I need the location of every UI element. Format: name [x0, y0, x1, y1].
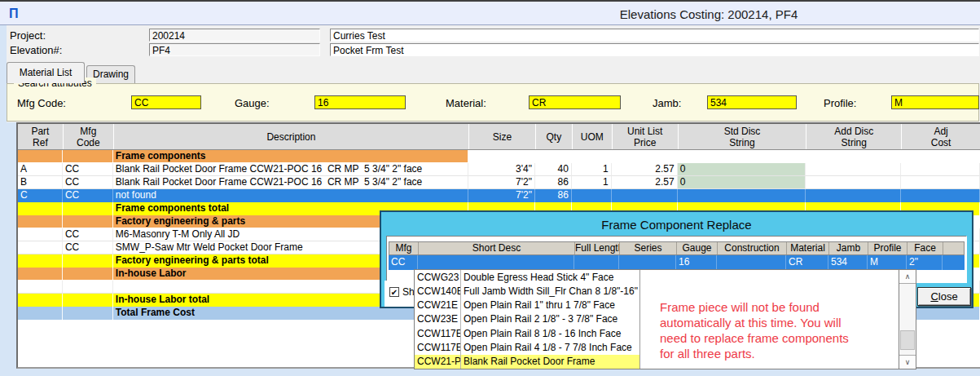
dropdown-item-desc-5: Open Plain Rail 4 1/8 - 7 7/8 Inch Face — [461, 340, 640, 354]
dialog-face-cell: 2" — [907, 255, 943, 270]
cell-0-8 — [806, 150, 901, 163]
table-row-2[interactable]: BCCBlank Rail Pocket Door Frame CCW21-PO… — [18, 176, 980, 189]
elevation-label: Elevation#: — [10, 44, 62, 56]
column-header-8[interactable]: Add Disc String — [806, 124, 901, 149]
table-row-1[interactable]: ACCBlank Rail Pocket Door Frame CCW21-PO… — [18, 163, 980, 176]
dialog-construction-cell — [717, 255, 786, 270]
cell-1-2: Blank Rail Pocket Door Frame CCW21-POC 1… — [113, 163, 468, 176]
cell-11-1 — [63, 294, 113, 307]
tab-material-list[interactable]: Material List — [7, 62, 85, 83]
dialog-gauge-cell: 16 — [676, 255, 717, 270]
cell-1-7: 0 — [678, 163, 806, 176]
column-header-0[interactable]: Part Ref — [18, 124, 63, 149]
cell-1-6: 2.57 — [612, 163, 678, 176]
cell-3-1: CC — [63, 189, 113, 202]
dropdown-item-spacer-1 — [640, 284, 899, 298]
elevation-name-field[interactable]: Pocket Frm Test — [330, 43, 979, 56]
cell-2-7: 0 — [678, 176, 806, 189]
project-number-field[interactable]: 200214 — [149, 29, 320, 42]
dialog-column-header-2: Full Length — [575, 242, 620, 254]
dropdown-item-desc-3: Open Plain Rail 2 1/8" - 3 7/8" Face — [461, 312, 640, 326]
dropdown-item-code-6: CCW21-POC — [415, 355, 461, 369]
dialog-full-length-cell — [574, 255, 619, 270]
cell-1-0: A — [18, 163, 63, 176]
red-annotation-text: Frame piece will not be found automatica… — [660, 299, 921, 361]
dropdown-item-spacer-0 — [640, 270, 899, 284]
table-row-3[interactable]: CCCnot found7'2"86 — [18, 189, 980, 202]
cell-3-0: C — [18, 189, 63, 202]
dialog-title: Frame Component Replace — [381, 218, 972, 232]
dropdown-item-0[interactable]: CCWG23Double Egress Head Stick 4" Face — [415, 270, 899, 284]
cell-7-1: CC — [63, 241, 113, 254]
column-header-6[interactable]: Unit List Price — [612, 124, 678, 149]
dropdown-item-code-2: CCW21E — [415, 299, 461, 312]
column-header-1[interactable]: Mfg Code — [63, 124, 113, 149]
cell-2-0: B — [18, 176, 63, 189]
cell-0-0 — [18, 150, 63, 163]
cell-1-4: 40 — [535, 163, 572, 176]
search-label-0: Mfg Code: — [17, 97, 66, 109]
dialog-filler-cell — [943, 255, 965, 270]
cell-3-2: not found — [113, 189, 468, 202]
cell-0-3 — [468, 150, 535, 163]
cell-1-8 — [806, 163, 901, 176]
dropdown-item-code-3: CCW23E — [415, 312, 461, 326]
column-header-7[interactable]: Std Disc String — [678, 124, 806, 149]
close-button[interactable]: Close — [917, 287, 971, 306]
dialog-selected-row[interactable]: CC ▼ 16 CR 534 M 2" — [389, 255, 965, 270]
cell-4-1 — [63, 202, 113, 215]
form-panel: Project: 200214 Curries Test Elevation#:… — [7, 25, 980, 122]
cell-7-0 — [18, 241, 63, 254]
cell-3-6 — [612, 189, 678, 202]
column-header-2[interactable]: Description — [113, 124, 468, 149]
search-field-2[interactable]: CR — [529, 95, 621, 109]
dropdown-item-desc-4: Open Plain Rail 8 1/8 - 16 Inch Face — [461, 326, 640, 340]
column-header-4[interactable]: Qty — [535, 124, 572, 149]
dropdown-item-desc-2: Open Plain Rail 1" thru 1 7/8" Face — [461, 299, 640, 312]
dropdown-item-1[interactable]: CCW140EFull Jamb Width Sill_Flr Chan 8 1… — [415, 284, 899, 298]
cell-2-4: 86 — [535, 176, 572, 189]
cell-9-0 — [18, 268, 63, 281]
title-bar: Π Elevations Costing: 200214, PF4 — [0, 2, 980, 25]
column-header-5[interactable]: UOM — [572, 124, 612, 149]
dropdown-item-desc-0: Double Egress Head Stick 4" Face — [461, 270, 640, 284]
project-name-field[interactable]: Curries Test — [330, 29, 979, 42]
app-window: Π Elevations Costing: 200214, PF4 Projec… — [0, 0, 980, 376]
cell-2-9 — [901, 176, 980, 189]
elevation-number-field[interactable]: PF4 — [149, 43, 320, 56]
table-header-row: Part RefMfg CodeDescriptionSizeQtyUOMUni… — [18, 124, 980, 150]
cell-6-0 — [18, 228, 63, 241]
cell-3-4: 86 — [535, 189, 572, 202]
cell-2-1: CC — [63, 176, 113, 189]
search-field-4[interactable]: M — [891, 95, 979, 109]
show-checkbox[interactable]: ✔ — [389, 287, 399, 297]
cell-8-0 — [18, 254, 63, 268]
dialog-checkbox-area: ✔ Sho — [385, 281, 417, 307]
dialog-header-row: MfgShort DescFull LengthSeriesGaugeConst… — [389, 241, 965, 255]
dropdown-item-code-5: CCW117E8 — [415, 340, 461, 354]
search-field-0[interactable]: CC — [131, 95, 201, 109]
dialog-column-header-7: Jamb — [829, 242, 868, 254]
column-header-3[interactable]: Size — [468, 124, 535, 149]
cell-3-8 — [806, 189, 901, 202]
dialog-short-desc-cell: ▼ — [418, 255, 574, 270]
dialog-column-header-1: Short Desc — [419, 242, 575, 254]
dialog-series-cell — [619, 255, 676, 270]
dialog-column-header-4: Gauge — [677, 242, 718, 254]
dropdown-item-code-0: CCWG23 — [415, 270, 461, 284]
cell-1-5: 1 — [572, 163, 612, 176]
cell-6-1: CC — [63, 228, 113, 241]
column-header-9[interactable]: Adj Cost — [901, 124, 980, 149]
search-field-3[interactable]: 534 — [707, 95, 797, 109]
cell-0-1 — [63, 150, 113, 163]
table-row-0[interactable]: Frame components — [18, 150, 980, 163]
cell-3-3: 7'2" — [468, 189, 535, 202]
cell-0-7 — [678, 150, 806, 163]
cell-0-4 — [535, 150, 572, 163]
cell-2-3: 7'2" — [468, 176, 535, 189]
search-field-1[interactable]: 16 — [314, 95, 406, 109]
dropdown-item-desc-6: Blank Rail Pocket Door Frame — [461, 355, 640, 369]
cell-12-0 — [18, 307, 63, 320]
project-label: Project: — [10, 29, 46, 42]
scroll-up-icon[interactable]: ∧ — [899, 270, 916, 284]
